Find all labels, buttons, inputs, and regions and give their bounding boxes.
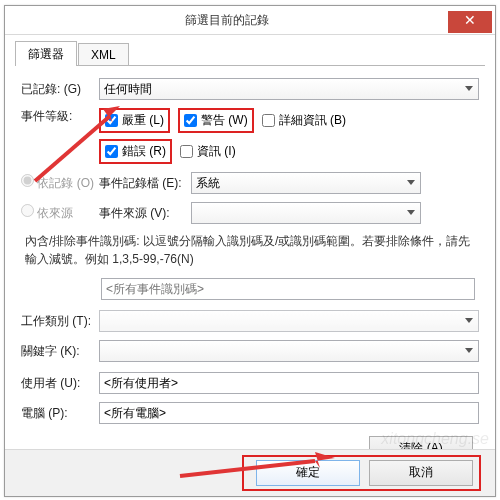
computer-input[interactable] <box>99 402 479 424</box>
label-task: 工作類別 (T): <box>21 313 99 330</box>
close-button[interactable]: ✕ <box>448 11 492 33</box>
task-select[interactable] <box>99 310 479 332</box>
label-keyword: 關鍵字 (K): <box>21 343 99 360</box>
label-logfield: 事件記錄檔 (E): <box>99 175 191 192</box>
label-computer: 電腦 (P): <box>21 405 99 422</box>
watermark: xitongcheng.se <box>381 430 489 448</box>
ok-button[interactable]: 確定 <box>256 460 360 486</box>
level-verbose[interactable]: 詳細資訊 (B) <box>262 108 346 133</box>
level-critical[interactable]: 嚴重 (L) <box>99 108 170 133</box>
close-icon: ✕ <box>464 12 476 28</box>
level-info[interactable]: 資訊 (I) <box>180 139 236 164</box>
label-level: 事件等級: <box>21 108 99 125</box>
verbose-checkbox[interactable] <box>262 114 275 127</box>
dialog-title: 篩選目前的記錄 <box>5 12 448 29</box>
dialog-footer: 確定 取消 <box>5 449 495 496</box>
error-checkbox[interactable] <box>105 145 118 158</box>
label-sourcefield: 事件來源 (V): <box>99 205 191 222</box>
id-helptext: 內含/排除事件識別碼: 以逗號分隔輸入識別碼及/或識別碼範圍。若要排除條件，請先… <box>25 232 479 268</box>
bylog-radio[interactable] <box>21 174 34 187</box>
warning-checkbox[interactable] <box>184 114 197 127</box>
critical-checkbox[interactable] <box>105 114 118 127</box>
level-error[interactable]: 錯誤 (R) <box>99 139 172 164</box>
source-select[interactable] <box>191 202 421 224</box>
bysource-radio[interactable] <box>21 204 34 217</box>
cancel-button[interactable]: 取消 <box>369 460 473 486</box>
keyword-select[interactable] <box>99 340 479 362</box>
footer-highlight: 確定 取消 <box>242 455 481 491</box>
logged-select[interactable]: 任何時間 <box>99 78 479 100</box>
tab-strip: 篩選器 XML <box>15 41 485 66</box>
log-select[interactable]: 系統 <box>191 172 421 194</box>
label-user: 使用者 (U): <box>21 375 99 392</box>
label-logged: 已記錄: (G) <box>21 81 99 98</box>
event-id-input[interactable] <box>101 278 475 300</box>
level-warning[interactable]: 警告 (W) <box>178 108 254 133</box>
tab-xml[interactable]: XML <box>78 43 129 65</box>
user-input[interactable] <box>99 372 479 394</box>
info-checkbox[interactable] <box>180 145 193 158</box>
radio-bysource[interactable]: 依來源 <box>21 204 99 222</box>
tab-filter[interactable]: 篩選器 <box>15 41 77 66</box>
radio-bylog[interactable]: 依記錄 (O) <box>21 174 99 192</box>
